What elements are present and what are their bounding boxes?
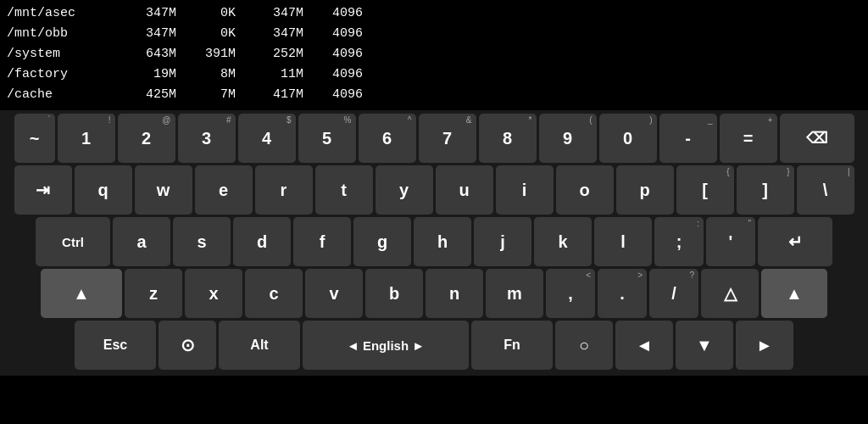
key-shift-l[interactable]: ▲	[41, 269, 122, 318]
key-4[interactable]: $4	[238, 114, 296, 163]
key-quote[interactable]: "'	[706, 217, 755, 266]
key-comma[interactable]: <,	[546, 269, 595, 318]
key-g[interactable]: g	[353, 217, 411, 266]
key-5[interactable]: %5	[298, 114, 356, 163]
key-q[interactable]: q	[75, 165, 132, 215]
key-u[interactable]: u	[436, 165, 493, 215]
key-j[interactable]: j	[474, 217, 531, 266]
key-o[interactable]: o	[556, 165, 614, 215]
terminal-line: /factory19M8M11M4096	[7, 64, 861, 85]
key-minus[interactable]: _-	[659, 114, 717, 163]
key-6[interactable]: ^6	[359, 114, 416, 163]
key-h[interactable]: h	[414, 217, 471, 266]
terminal-line: /cache425M7M417M4096	[7, 85, 861, 105]
key-i[interactable]: i	[496, 165, 554, 215]
key-backspace[interactable]: ⌫	[780, 114, 854, 163]
key-c[interactable]: c	[245, 269, 303, 318]
key-d[interactable]: d	[233, 217, 291, 266]
key-b[interactable]: b	[365, 269, 423, 318]
key-3[interactable]: #3	[178, 114, 236, 163]
key-m[interactable]: m	[486, 269, 543, 318]
key-home[interactable]: ○	[555, 321, 613, 370]
key-slash[interactable]: ?/	[649, 269, 698, 318]
key-r[interactable]: r	[255, 165, 313, 215]
key-k[interactable]: k	[534, 217, 592, 266]
key-shift-r[interactable]: ▲	[761, 269, 827, 318]
key-s[interactable]: s	[173, 217, 231, 266]
key-back[interactable]: ◄	[615, 321, 673, 370]
key-semicolon[interactable]: :;	[654, 217, 704, 266]
key-tilde[interactable]: `~	[14, 114, 55, 163]
key-ctrl[interactable]: Ctrl	[36, 217, 110, 266]
key-equals[interactable]: +=	[720, 114, 777, 163]
key-1[interactable]: !1	[58, 114, 115, 163]
key-f[interactable]: f	[293, 217, 351, 266]
key-down[interactable]: ▼	[676, 321, 733, 370]
key-row-1: `~!1@2#3$4%5^6&7*8(9)0_-+=⌫	[3, 114, 865, 163]
key-tab[interactable]: ⇥	[14, 165, 72, 215]
key-0[interactable]: )0	[599, 114, 657, 163]
key-alt[interactable]: Alt	[219, 321, 300, 370]
key-lang[interactable]: ◄ English ►	[303, 321, 469, 370]
key-p[interactable]: p	[616, 165, 674, 215]
key-fn[interactable]: Fn	[471, 321, 553, 370]
key-2[interactable]: @2	[118, 114, 175, 163]
keyboard: `~!1@2#3$4%5^6&7*8(9)0_-+=⌫ ⇥qwertyuiop{…	[0, 110, 868, 376]
key-e[interactable]: e	[195, 165, 253, 215]
key-enter[interactable]: ↵	[758, 217, 832, 266]
key-esc[interactable]: Esc	[75, 321, 156, 370]
key-8[interactable]: *8	[479, 114, 537, 163]
key-x[interactable]: x	[185, 269, 242, 318]
key-settings[interactable]: ⊙	[159, 321, 216, 370]
key-a[interactable]: a	[113, 217, 170, 266]
key-w[interactable]: w	[135, 165, 192, 215]
key-row-3: Ctrlasdfghjkl:;"'↵	[3, 217, 865, 266]
key-9[interactable]: (9	[539, 114, 597, 163]
terminal-line: /system643M391M252M4096	[7, 44, 861, 64]
terminal-output: /mnt/asec347M0K347M4096/mnt/obb347M0K347…	[0, 0, 868, 110]
key-period[interactable]: >.	[598, 269, 647, 318]
key-l[interactable]: l	[594, 217, 652, 266]
key-lbracket[interactable]: {[	[676, 165, 734, 215]
key-rbracket[interactable]: }]	[737, 165, 794, 215]
terminal-line: /mnt/obb347M0K347M4096	[7, 24, 861, 44]
key-t[interactable]: t	[315, 165, 373, 215]
key-row-5: Esc⊙Alt◄ English ►Fn○◄▼►	[3, 321, 865, 370]
key-v[interactable]: v	[305, 269, 363, 318]
key-n[interactable]: n	[426, 269, 483, 318]
key-z[interactable]: z	[125, 269, 182, 318]
key-7[interactable]: &7	[419, 114, 476, 163]
key-row-4: ▲zxcvbnm<,>.?/△▲	[3, 269, 865, 318]
key-shift-r-up[interactable]: △	[701, 269, 759, 318]
terminal-line: /mnt/asec347M0K347M4096	[7, 3, 861, 24]
key-y[interactable]: y	[376, 165, 433, 215]
key-forward[interactable]: ►	[736, 321, 793, 370]
key-row-2: ⇥qwertyuiop{[}]|\	[3, 165, 865, 215]
key-backslash[interactable]: |\	[797, 165, 854, 215]
